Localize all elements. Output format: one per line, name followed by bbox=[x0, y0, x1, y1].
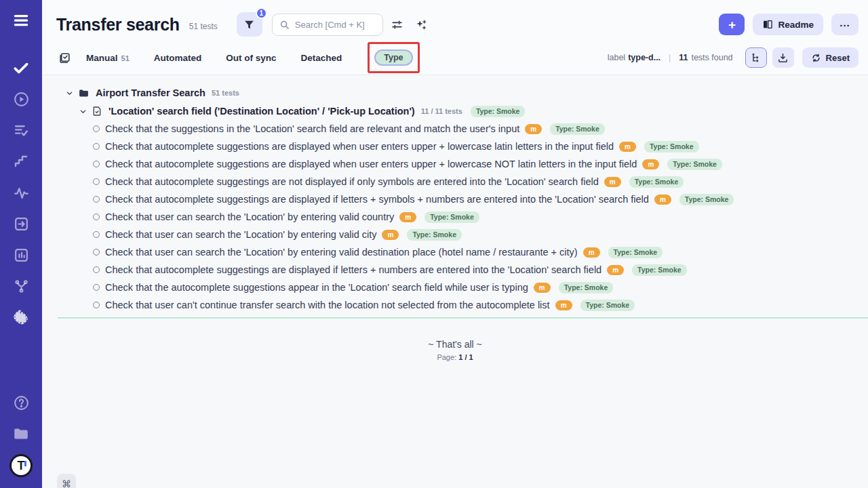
filter-label-prefix: label bbox=[608, 53, 625, 62]
more-options-button[interactable]: ... bbox=[831, 14, 859, 35]
list-footer: ~ That's all ~ Page: 1 / 1 bbox=[42, 339, 868, 361]
test-title[interactable]: Check that user can search the 'Location… bbox=[105, 211, 394, 222]
keyboard-shortcuts-button[interactable]: ⌘ bbox=[57, 474, 76, 488]
test-row[interactable]: Check that user can search the 'Location… bbox=[42, 208, 868, 226]
menu-icon[interactable] bbox=[12, 11, 31, 30]
test-status-icon bbox=[93, 302, 100, 308]
test-tree: Airport Transfer Search 51 tests 'Locati… bbox=[42, 75, 868, 361]
tree-view-button[interactable] bbox=[745, 47, 767, 68]
type-smoke-badge: Type: Smoke bbox=[667, 159, 722, 170]
tab-out-of-sync[interactable]: Out of sync bbox=[226, 53, 276, 63]
test-title[interactable]: Check that autocomplete suggestions are … bbox=[105, 141, 614, 152]
chevron-down-icon[interactable] bbox=[79, 108, 87, 115]
bulk-select-icon[interactable] bbox=[58, 52, 71, 64]
test-title[interactable]: Check that the suggestions in the 'Locat… bbox=[105, 123, 519, 134]
page-value: 1 / 1 bbox=[458, 353, 473, 361]
tests-count: 51 tests bbox=[189, 22, 218, 31]
tab-detached[interactable]: Detached bbox=[301, 53, 342, 63]
search-input[interactable] bbox=[295, 20, 376, 30]
suite-row[interactable]: 'Location' search field ('Destination Lo… bbox=[42, 102, 868, 120]
manual-badge: m bbox=[619, 142, 636, 152]
test-title[interactable]: Check that the autocomplete suggestions … bbox=[105, 282, 528, 293]
folder-icon bbox=[78, 87, 90, 99]
sidebar: T bbox=[0, 0, 42, 488]
test-row[interactable]: Check that autocomplete suggestings are … bbox=[42, 173, 868, 190]
test-title[interactable]: Check that autocomplete suggestings are … bbox=[105, 176, 599, 187]
manual-badge: m bbox=[604, 177, 621, 187]
test-title[interactable]: Check that autocomplete suggestings are … bbox=[105, 264, 601, 275]
type-smoke-badge: Type: Smoke bbox=[679, 194, 734, 205]
tab-manual[interactable]: Manual 51 bbox=[86, 53, 130, 63]
divider: | bbox=[669, 53, 671, 62]
manual-badge: m bbox=[642, 159, 659, 169]
milestones-icon[interactable] bbox=[12, 152, 31, 171]
folder-name[interactable]: Airport Transfer Search bbox=[96, 87, 205, 98]
tab-automated[interactable]: Automated bbox=[154, 53, 202, 63]
manual-badge: m bbox=[654, 195, 671, 205]
create-button[interactable]: + bbox=[719, 14, 745, 35]
folder-row[interactable]: Airport Transfer Search 51 tests bbox=[42, 84, 868, 102]
help-icon[interactable] bbox=[12, 393, 31, 412]
test-title[interactable]: Check that user can search the 'Location… bbox=[105, 247, 578, 258]
chevron-down-icon[interactable] bbox=[66, 89, 73, 97]
adjustments-icon[interactable] bbox=[387, 14, 408, 35]
test-row[interactable]: Check that user can search the 'Location… bbox=[42, 243, 868, 261]
test-row[interactable]: Check that autocomplete suggestions are … bbox=[42, 155, 868, 173]
readme-label: Readme bbox=[778, 20, 814, 30]
play-circle-icon[interactable] bbox=[12, 89, 31, 108]
tabs-row: Manual 51 Automated Out of sync Detached… bbox=[42, 45, 868, 75]
readme-button[interactable]: Readme bbox=[753, 14, 823, 35]
test-row[interactable]: Check that user can't continue transfer … bbox=[42, 296, 868, 314]
test-row[interactable]: Check that the suggestions in the 'Locat… bbox=[42, 120, 868, 138]
suite-count: 11 / 11 tests bbox=[421, 107, 462, 115]
import-icon[interactable] bbox=[12, 214, 31, 233]
search-box[interactable] bbox=[272, 14, 383, 36]
avatar-letter: T bbox=[18, 459, 25, 473]
filter-label-value: type-d... bbox=[628, 53, 660, 62]
book-icon bbox=[762, 19, 773, 30]
suite-name[interactable]: 'Location' search field ('Destination Lo… bbox=[108, 106, 415, 117]
test-runs-icon[interactable] bbox=[12, 121, 31, 140]
page-label: Page: bbox=[437, 353, 456, 361]
reset-button[interactable]: Reset bbox=[802, 47, 859, 68]
test-title[interactable]: Check that user can't continue transfer … bbox=[105, 300, 550, 310]
type-filter-chip[interactable]: Type bbox=[374, 49, 412, 66]
test-title[interactable]: Check that autocomplete suggestions are … bbox=[105, 159, 637, 169]
test-row[interactable]: Check that autocomplete suggestions are … bbox=[42, 138, 868, 155]
type-smoke-badge: Type: Smoke bbox=[407, 229, 462, 241]
reset-label: Reset bbox=[826, 53, 850, 63]
check-icon[interactable] bbox=[12, 58, 31, 77]
test-row[interactable]: Check that user can search the 'Location… bbox=[42, 226, 868, 243]
test-status-icon bbox=[93, 284, 100, 291]
test-title[interactable]: Check that user can search the 'Location… bbox=[105, 229, 376, 240]
type-smoke-badge: Type: Smoke bbox=[550, 123, 605, 135]
test-title[interactable]: Check that autocomplete suggestings are … bbox=[105, 194, 649, 205]
refresh-icon bbox=[811, 53, 821, 63]
test-status-icon bbox=[93, 161, 100, 167]
drop-indicator-line bbox=[58, 317, 868, 319]
export-download-button[interactable] bbox=[772, 47, 794, 68]
test-row[interactable]: Check that autocomplete suggestings are … bbox=[42, 190, 868, 208]
test-status-icon bbox=[93, 266, 100, 273]
type-smoke-badge: Type: Smoke bbox=[629, 176, 684, 188]
ai-sparkles-icon[interactable] bbox=[412, 14, 432, 35]
integrations-icon[interactable] bbox=[12, 277, 31, 296]
avatar[interactable]: T bbox=[9, 454, 33, 477]
filter-button[interactable]: 1 bbox=[237, 12, 262, 37]
tab-manual-label: Manual bbox=[86, 53, 118, 63]
reports-icon[interactable] bbox=[12, 245, 31, 264]
activity-icon[interactable] bbox=[12, 183, 31, 202]
type-filter-chip-wrap: Type bbox=[374, 49, 412, 66]
test-row[interactable]: Check that autocomplete suggestings are … bbox=[42, 261, 868, 279]
manual-badge: m bbox=[525, 124, 542, 134]
main-area: Transfer search 51 tests 1 bbox=[42, 0, 868, 488]
test-status-icon bbox=[93, 214, 100, 220]
manual-badge: m bbox=[534, 283, 551, 293]
test-status-icon bbox=[93, 231, 100, 238]
document-check-icon bbox=[92, 106, 102, 117]
settings-gear-icon[interactable] bbox=[12, 308, 31, 327]
test-row[interactable]: Check that the autocomplete suggestions … bbox=[42, 279, 868, 296]
projects-folder-icon[interactable] bbox=[12, 424, 31, 443]
end-of-list-text: ~ That's all ~ bbox=[42, 339, 868, 350]
type-smoke-badge: Type: Smoke bbox=[608, 247, 663, 258]
